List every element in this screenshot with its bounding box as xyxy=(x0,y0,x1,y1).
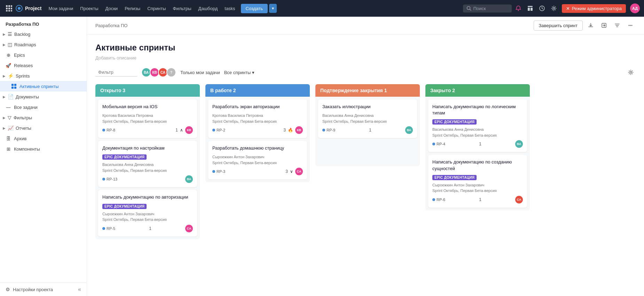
nav-boards[interactable]: Доски xyxy=(102,5,120,13)
task-card[interactable]: Разработать домашнюю страницу Сыроежкин … xyxy=(208,141,307,179)
card-tag: RP-4 xyxy=(432,142,445,146)
card-title: Написать документацию по авторизации xyxy=(102,194,193,200)
avatar-filter-4[interactable]: ? xyxy=(166,67,176,77)
avatar-filter-group: ВА КВ СА ? xyxy=(141,67,176,77)
archive-icon: 🗄 xyxy=(6,136,11,141)
card-tag: RP-8 xyxy=(102,128,115,132)
my-tasks-filter[interactable]: Только мои задачи xyxy=(180,70,220,75)
nav-my-tasks[interactable]: Мои задачи xyxy=(46,5,76,13)
layout-icon[interactable] xyxy=(525,3,535,14)
grid-menu-icon[interactable] xyxy=(4,3,14,13)
main-body: Активные спринты Добавить описание ВА КВ… xyxy=(87,34,644,296)
chevron-right-icon: ▶ xyxy=(3,116,6,120)
task-card[interactable]: Документация по настройкам EPIC ДОКУМЕНТ… xyxy=(98,141,197,187)
sprints-icon: ⚡ xyxy=(8,73,14,79)
sidebar-item-sprints[interactable]: ▶ ⚡ Sprints xyxy=(0,71,87,81)
card-avatar: КВ xyxy=(295,126,303,134)
svg-line-12 xyxy=(470,9,471,11)
all-sprints-dropdown[interactable]: Все спринты ▾ xyxy=(224,70,255,75)
admin-mode-button[interactable]: ✕ Режим администратора xyxy=(562,4,626,13)
card-title: Заказать иллюстрации xyxy=(322,104,413,110)
task-card[interactable]: Мобильная версия на IOS Кротова Василиса… xyxy=(98,99,197,138)
sidebar-item-active-sprints[interactable]: Активные спринты xyxy=(0,81,87,91)
card-avatar: СА xyxy=(515,196,523,203)
card-count: 1 xyxy=(369,128,371,133)
user-avatar[interactable]: АД xyxy=(630,3,640,13)
finish-sprint-button[interactable]: Завершить спринт xyxy=(534,21,583,31)
chevron-right-icon: ▶ xyxy=(3,32,6,36)
card-footer: RP-8 1 ∧ КВ xyxy=(102,126,193,134)
filter-input[interactable] xyxy=(95,68,137,77)
epic-badge: EPIC ДОКУМЕНТАЦИЯ xyxy=(102,204,147,209)
task-card[interactable]: Разработать экран авторизации Кротова Ва… xyxy=(208,99,307,138)
clock-icon[interactable] xyxy=(537,3,547,14)
svg-point-18 xyxy=(553,8,555,9)
nav-sprints[interactable]: Спринты xyxy=(144,5,168,13)
chevron-right-icon: ▶ xyxy=(3,43,6,47)
search-bar[interactable]: Поиск xyxy=(463,5,512,13)
sidebar-item-roadmaps[interactable]: ▶ ◫ Roadmaps xyxy=(0,39,87,50)
card-meta: Сыроежкин Антон Захарович Sprint Октябрь… xyxy=(212,154,303,166)
svg-rect-3 xyxy=(6,8,8,9)
sidebar-item-epics[interactable]: ⊕ Epics xyxy=(0,50,87,60)
tag-dot xyxy=(102,129,105,131)
sidebar-item-archive[interactable]: 🗄 Архив xyxy=(0,133,87,144)
project-title: Разработка ПО xyxy=(0,17,87,29)
add-description-link[interactable]: Добавить описание xyxy=(95,55,636,61)
sidebar-item-releases[interactable]: 🚀 Releases xyxy=(0,60,87,71)
share-icon[interactable] xyxy=(599,20,609,31)
svg-point-10 xyxy=(18,7,21,10)
svg-rect-2 xyxy=(11,5,12,7)
card-title: Разработать экран авторизации xyxy=(212,104,303,110)
card-count: 3 xyxy=(285,169,288,174)
board-settings-icon[interactable] xyxy=(626,67,636,77)
card-avatar: КВ xyxy=(185,126,193,134)
task-card[interactable]: Написать документацию по авторизации EPI… xyxy=(98,190,197,236)
column-header-review: Подтверждение закрытия 1 xyxy=(315,84,420,97)
sidebar-item-filters[interactable]: ▶ ▽ Фильтры xyxy=(0,112,87,123)
project-settings[interactable]: ⚙ Настройки проекта « xyxy=(0,282,87,296)
gear-icon: ⚙ xyxy=(6,287,10,292)
svg-point-26 xyxy=(631,25,633,26)
column-review: Подтверждение закрытия 1 Заказать иллюст… xyxy=(315,84,420,239)
nav-projects[interactable]: Проекты xyxy=(77,5,101,13)
components-icon: ⊞ xyxy=(6,146,11,152)
create-dropdown-caret[interactable]: ▾ xyxy=(269,4,277,13)
sidebar-item-docs[interactable]: ▶ 📄 Документы xyxy=(0,91,87,102)
task-card[interactable]: Заказать иллюстрации Василькова Анна Ден… xyxy=(318,99,417,138)
collapse-sidebar-button[interactable]: « xyxy=(78,286,81,293)
more-icon[interactable] xyxy=(625,20,636,31)
app-logo[interactable]: Project xyxy=(15,5,41,12)
task-card[interactable]: Написать документацию по созданию сущнос… xyxy=(428,155,527,207)
nav-tasks[interactable]: tasks xyxy=(222,5,238,13)
card-meta: Василькова Анна Денисовна Sprint Октябрь… xyxy=(102,162,193,173)
settings-icon[interactable] xyxy=(549,3,559,14)
grid-icon xyxy=(11,83,17,89)
svg-rect-0 xyxy=(6,5,8,7)
sidebar-item-all-tasks[interactable]: — Все задачи xyxy=(0,102,87,112)
sidebar-item-reports[interactable]: ▶ 📈 Отчеты xyxy=(0,123,87,133)
tag-dot xyxy=(322,129,325,131)
card-meta: Василькова Анна Денисовна Sprint Октябрь… xyxy=(322,113,413,124)
column-body-review: Заказать иллюстрации Василькова Анна Ден… xyxy=(315,97,420,166)
download-icon[interactable] xyxy=(586,20,596,31)
notifications-icon[interactable] xyxy=(513,3,524,14)
card-meta: Василькова Анна Денисовна Sprint Октябрь… xyxy=(432,127,523,138)
nav-releases[interactable]: Релизы xyxy=(122,5,143,13)
nav-dashboard[interactable]: Дашборд xyxy=(196,5,221,13)
card-meta: Сыроежкин Антон Захарович Sprint Октябрь… xyxy=(102,211,193,223)
column-body-inprogress: Разработать экран авторизации Кротова Ва… xyxy=(205,97,310,182)
task-card[interactable]: Написать документацию по логическим типа… xyxy=(428,99,527,152)
card-count: 1 xyxy=(479,197,481,202)
card-tag: RP-9 xyxy=(322,128,335,132)
card-meta: Сыроежкин Антон Захарович Sprint Октябрь… xyxy=(432,182,523,194)
card-title: Написать документацию по созданию сущнос… xyxy=(432,159,523,171)
filter-icon[interactable] xyxy=(612,20,622,31)
main-content: Разработка ПО Завершить спринт Активные … xyxy=(87,17,644,296)
nav-filters[interactable]: Фильтры xyxy=(170,5,194,13)
create-button[interactable]: Создать xyxy=(241,4,268,13)
svg-rect-16 xyxy=(531,8,533,11)
kanban-board: Открыто 3 Мобильная версия на IOS Кротов… xyxy=(95,84,636,239)
sidebar-item-backlog[interactable]: ▶ ☰ Backlog xyxy=(0,29,87,39)
sidebar-item-components[interactable]: ⊞ Компоненты xyxy=(0,144,87,154)
